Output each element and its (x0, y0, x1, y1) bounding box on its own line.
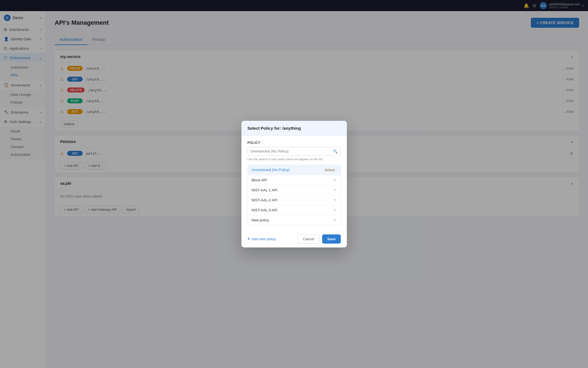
search-icon: 🔍 (333, 149, 338, 154)
modal-header: Select Policy for: /anything (241, 121, 347, 136)
add-policy-label: Add new policy (252, 237, 276, 241)
select-policy-modal: Select Policy for: /anything Policy 🔍 Us… (241, 121, 347, 247)
search-hint: Use the search if your policy does not a… (248, 157, 341, 161)
edit-policy-icon[interactable]: ✎ (334, 178, 337, 182)
edit-policy-icon[interactable]: ✎ (334, 198, 337, 202)
policy-item-nist-aal-1[interactable]: NIST-AAL-1 API ✎ (248, 185, 340, 195)
cancel-button[interactable]: Cancel (298, 234, 319, 244)
policy-label-nist-aal-1: NIST-AAL-1 API (252, 188, 277, 192)
policy-item-nist-aal-2[interactable]: NIST-AAL-2 API ✎ (248, 195, 340, 205)
policy-label-nist-aal-3: NIST-AAL-3 API (252, 208, 277, 212)
policy-label-block-api: Block API (252, 178, 267, 182)
plus-icon: + (248, 236, 250, 241)
modal-title: Select Policy for: /anything (248, 126, 301, 131)
policy-search[interactable]: 🔍 (248, 147, 341, 156)
policy-item-new-policy[interactable]: New policy ✎ (248, 215, 340, 225)
edit-policy-icon[interactable]: ✎ (334, 208, 337, 212)
policy-search-input[interactable] (251, 149, 331, 153)
modal-footer: + Add new policy Cancel Save (241, 230, 347, 247)
modal-overlay[interactable]: Select Policy for: /anything Policy 🔍 Us… (0, 0, 588, 368)
add-new-policy-button[interactable]: + Add new policy (248, 236, 276, 241)
policy-label-new-policy: New policy (252, 218, 269, 222)
edit-policy-icon[interactable]: ✎ (334, 218, 337, 222)
modal-body: Policy 🔍 Use the search if your policy d… (241, 136, 347, 230)
policy-label: Policy (248, 141, 341, 145)
policy-label-nist-aal-2: NIST-AAL-2 API (252, 198, 277, 202)
policy-label-unrestricted: Unrestricted (No Policy) (252, 168, 290, 172)
policy-list: Unrestricted (No Policy) Default Block A… (248, 165, 341, 225)
policy-item-nist-aal-3[interactable]: NIST-AAL-3 API ✎ (248, 205, 340, 215)
modal-actions: Cancel Save (298, 234, 341, 244)
policy-item-block-api[interactable]: Block API ✎ (248, 175, 340, 185)
edit-policy-icon[interactable]: ✎ (334, 188, 337, 192)
default-badge: Default (323, 168, 337, 172)
save-button[interactable]: Save (322, 234, 340, 244)
policy-item-unrestricted[interactable]: Unrestricted (No Policy) Default (248, 165, 340, 175)
